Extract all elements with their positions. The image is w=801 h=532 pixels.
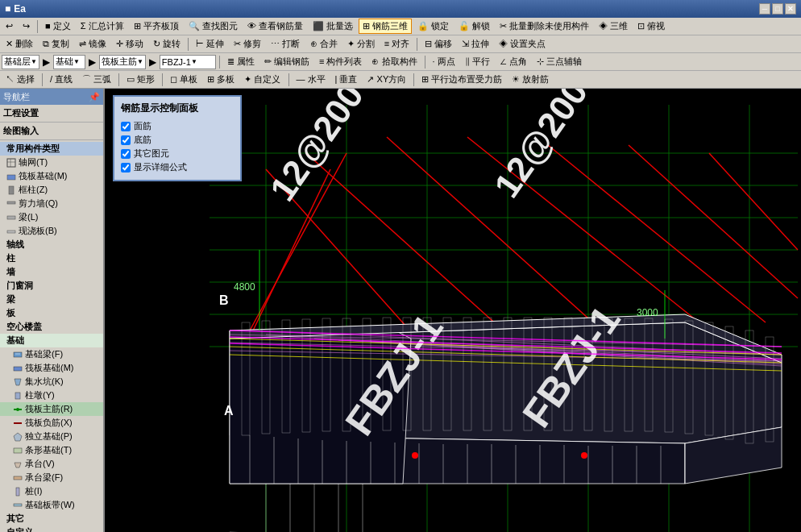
toolbar-batch-delete[interactable]: ✂ 批量删除未使用构件 — [496, 19, 593, 34]
canvas-area[interactable]: 12@200 12@200 4800 3000 FBZJ-1 FBZJ-1 A … — [105, 89, 801, 532]
checkbox-face-rebar[interactable]: 面筋 — [121, 120, 234, 132]
toolbar-unlock[interactable]: 🔓 解锁 — [454, 19, 494, 34]
toolbar-break[interactable]: ⋯ 打断 — [267, 36, 304, 52]
sidebar-section-wall[interactable]: 墙 — [0, 265, 103, 279]
toolbar-split[interactable]: ✦ 分割 — [343, 36, 379, 52]
sidebar-item-raft[interactable]: 筏板基础(M) — [0, 169, 103, 183]
toolbar-view-rebar[interactable]: 👁 查看钢筋量 — [243, 19, 307, 34]
toolbar-offset[interactable]: ⊟ 偏移 — [421, 36, 456, 52]
toolbar-find-element[interactable]: 🔍 查找图元 — [185, 19, 242, 34]
sidebar-pin-icon[interactable]: 📌 — [89, 92, 100, 102]
toolbar-align-top[interactable]: ⊞ 平齐板顶 — [130, 19, 183, 34]
toolbar-move[interactable]: ✛ 移动 — [112, 36, 147, 52]
sidebar-section-slab[interactable]: 板 — [0, 306, 103, 320]
toolbar-parallel-edge[interactable]: ⊞ 平行边布置受力筋 — [417, 72, 506, 87]
bartype-dropdown1[interactable]: ▼ — [137, 58, 143, 65]
sidebar-item-beam[interactable]: 梁(L) — [0, 210, 103, 224]
toolbar-horizontal[interactable]: — 水平 — [293, 72, 330, 87]
toolbar-rect[interactable]: ▭ 矩形 — [122, 72, 159, 87]
toolbar-batch-select[interactable]: ⬛ 批量选 — [309, 19, 357, 34]
toolbar-point-angle[interactable]: ∠ 点角 — [496, 54, 531, 69]
toolbar-copy[interactable]: ⧉ 复制 — [39, 36, 73, 52]
toolbar-multi-plate[interactable]: ⊞ 多板 — [203, 72, 239, 87]
layer-combo2[interactable]: 基础 ▼ — [53, 55, 85, 69]
sidebar-item-isolated-foundation[interactable]: 独立基础(P) — [0, 430, 103, 443]
toolbar-xy-dir[interactable]: ↗ XY方向 — [363, 72, 410, 87]
checkbox-other-elements-input[interactable] — [121, 149, 131, 159]
sidebar-item-common-types[interactable]: 常用构件类型 — [0, 142, 103, 156]
toolbar-redo[interactable]: ↪ — [19, 19, 34, 33]
rebar-control-panel[interactable]: 钢筋显示控制面板 面筋 底筋 其它图元 显示详细公式 — [113, 95, 242, 181]
sidebar-section-column2[interactable]: 柱 — [0, 251, 103, 265]
maximize-btn[interactable]: □ — [772, 3, 783, 15]
sidebar-section-draw[interactable]: 绘图输入 — [0, 123, 103, 140]
toolbar-set-grip[interactable]: ◈ 设置夹点 — [495, 36, 550, 52]
sidebar-item-band[interactable]: 基础板带(W) — [0, 498, 103, 512]
sidebar-section-foundation[interactable]: 基础 — [0, 334, 103, 347]
sidebar-section-hollow[interactable]: 空心楼盖 — [0, 320, 103, 334]
toolbar-edit-rebar[interactable]: ✏ 编辑钢筋 — [260, 54, 313, 69]
sidebar-item-cap[interactable]: 承台(V) — [0, 457, 103, 471]
toolbar-mirror[interactable]: ⇌ 镜像 — [75, 36, 110, 52]
toolbar-top-view[interactable]: ⊡ 俯视 — [633, 19, 669, 34]
toolbar-stretch[interactable]: ⇲ 拉伸 — [458, 36, 493, 52]
close-btn[interactable]: ✕ — [785, 3, 796, 15]
sidebar-section-settings[interactable]: 工程设置 — [0, 105, 103, 123]
toolbar-3d[interactable]: ◈ 三维 — [595, 19, 632, 34]
toolbar-rebar-3d[interactable]: ⊞ 钢筋三维 — [359, 19, 412, 34]
minimize-btn[interactable]: ─ — [759, 3, 770, 15]
toolbar-merge[interactable]: ⊕ 合并 — [306, 36, 342, 52]
checkbox-bottom-rebar-input[interactable] — [121, 135, 131, 145]
toolbar-custom[interactable]: ✦ 自定义 — [240, 72, 284, 87]
toolbar-lock[interactable]: 🔒 锁定 — [413, 19, 453, 34]
toolbar-pick-component[interactable]: ⊕ 拾取构件 — [367, 54, 421, 69]
toolbar-select[interactable]: ↖ 选择 — [2, 72, 39, 87]
toolbar-line[interactable]: / 直线 — [46, 72, 77, 87]
layer-combo1[interactable]: 基础层 ▼ — [2, 55, 39, 69]
sidebar-item-column-pier[interactable]: 柱墩(Y) — [0, 389, 103, 402]
sidebar-item-axis[interactable]: 轴网(T) — [0, 156, 103, 169]
checkbox-show-formula[interactable]: 显示详细公式 — [121, 161, 234, 173]
sidebar-item-castslab[interactable]: 现浇板(B) — [0, 224, 103, 238]
sidebar-item-raft-neg-rebar[interactable]: 筏板负筋(X) — [0, 416, 103, 430]
toolbar-single-plate[interactable]: ◻ 单板 — [166, 72, 201, 87]
toolbar-trim[interactable]: ✂ 修剪 — [230, 36, 265, 52]
sidebar-item-strip-foundation[interactable]: 条形基础(T) — [0, 443, 103, 457]
toolbar-three-point-aux[interactable]: ⊹ 三点辅轴 — [533, 54, 586, 69]
checkbox-other-elements[interactable]: 其它图元 — [121, 148, 234, 160]
sidebar-section-axisline[interactable]: 轴线 — [0, 238, 103, 251]
toolbar-align[interactable]: ≡ 对齐 — [380, 36, 413, 52]
sidebar-section-beam2[interactable]: 梁 — [0, 293, 103, 306]
sidebar-section-opening[interactable]: 门窗洞 — [0, 279, 103, 293]
toolbar-summary[interactable]: Σ 汇总计算 — [77, 19, 128, 34]
checkbox-face-rebar-input[interactable] — [121, 122, 131, 131]
toolbar-property[interactable]: ≣ 属性 — [223, 54, 259, 69]
sidebar-item-sump[interactable]: 集水坑(K) — [0, 375, 103, 389]
sidebar-item-foundation-beam[interactable]: 基础梁(F) — [0, 347, 103, 361]
bartype-combo1[interactable]: 筏板主筋 ▼ — [99, 55, 146, 69]
bartype-dropdown2[interactable]: ▼ — [191, 58, 197, 65]
layer-dropdown2[interactable]: ▼ — [73, 58, 80, 65]
toolbar-component-list[interactable]: ≡ 构件列表 — [315, 54, 366, 69]
sidebar-section-other[interactable]: 其它 — [0, 512, 103, 526]
checkbox-show-formula-input[interactable] — [121, 163, 131, 172]
toolbar-two-point[interactable]: · 两点 — [429, 54, 459, 69]
sidebar-item-column[interactable]: 框柱(Z) — [0, 183, 103, 197]
sidebar-section-custom[interactable]: 自定义 — [0, 526, 103, 532]
sidebar-item-shearwall[interactable]: 剪力墙(Q) — [0, 197, 103, 210]
sidebar-item-raft-foundation[interactable]: 筏板基础(M) — [0, 361, 103, 375]
toolbar-define[interactable]: ■ 定义 — [41, 19, 75, 34]
sidebar-item-raft-main-rebar[interactable]: 筏板主筋(R) — [0, 402, 103, 416]
toolbar-undo[interactable]: ↩ — [2, 19, 17, 33]
toolbar-parallel[interactable]: ∥ 平行 — [461, 54, 494, 69]
toolbar-radial[interactable]: ☀ 放射筋 — [508, 72, 553, 87]
toolbar-vertical[interactable]: | 垂直 — [331, 72, 362, 87]
toolbar-rotate[interactable]: ↻ 旋转 — [149, 36, 185, 52]
layer-dropdown1[interactable]: ▼ — [31, 58, 37, 65]
bartype-combo2[interactable]: FBZJ-1 ▼ — [160, 55, 216, 69]
toolbar-arc[interactable]: ⌒ 三弧 — [78, 72, 115, 87]
toolbar-extend[interactable]: ⊢ 延伸 — [192, 36, 228, 52]
checkbox-bottom-rebar[interactable]: 底筋 — [121, 134, 234, 146]
sidebar-item-cap-beam[interactable]: 承台梁(F) — [0, 471, 103, 484]
toolbar-delete[interactable]: ✕ 删除 — [2, 36, 37, 52]
